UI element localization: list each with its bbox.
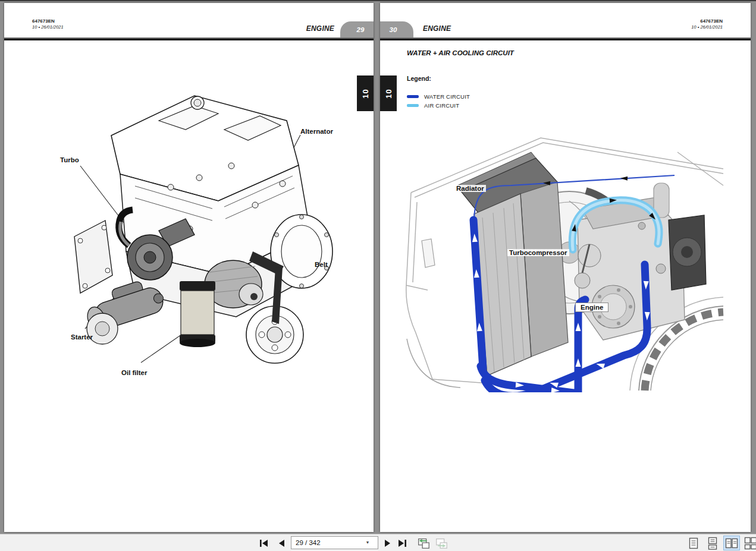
page-number-input[interactable] xyxy=(291,537,362,548)
next-view-icon xyxy=(434,537,448,550)
label-starter: Starter xyxy=(71,333,93,341)
cooling-circuit-figure xyxy=(404,131,725,395)
label-alternator: Alternator xyxy=(300,128,333,135)
two-page-continuous-view-icon xyxy=(744,536,756,550)
document-number: 647673EN xyxy=(32,18,64,24)
section-header: ENGINE xyxy=(306,24,334,33)
label-turbocompressor: Turbocompressor xyxy=(507,249,569,256)
label-turbo: Turbo xyxy=(60,156,79,163)
last-page-icon xyxy=(397,539,407,548)
next-page-button[interactable] xyxy=(381,537,395,549)
cooling-circuit-illustration xyxy=(404,131,725,392)
single-page-view-button[interactable] xyxy=(685,536,702,550)
document-date: 10 • 26/01/2021 xyxy=(32,24,64,30)
legend-heading: Legend: xyxy=(407,75,431,82)
previous-page-button[interactable] xyxy=(274,537,288,549)
header-rule xyxy=(4,37,374,40)
label-belt: Belt xyxy=(315,261,328,268)
engine-illustration xyxy=(46,79,341,388)
chapter-tab: 10 xyxy=(380,75,397,111)
continuous-view-icon xyxy=(705,536,720,550)
label-oil-filter: Oil filter xyxy=(121,369,147,376)
page-number-tab: 29 xyxy=(340,21,374,37)
previous-view-button[interactable] xyxy=(416,537,431,549)
page-number-combobox[interactable]: ▼ xyxy=(291,536,378,549)
page-number-tab: 30 xyxy=(380,21,413,37)
header-rule xyxy=(380,37,751,40)
chapter-tab: 10 xyxy=(357,75,374,111)
single-page-view-icon xyxy=(686,536,701,550)
two-page-continuous-view-button[interactable] xyxy=(742,536,756,550)
document-number: 647673EN xyxy=(691,18,723,24)
previous-view-icon xyxy=(416,537,431,550)
legend-item-air: AIR CIRCUIT xyxy=(407,102,459,109)
air-circuit-swatch xyxy=(407,104,419,107)
section-header: ENGINE xyxy=(423,24,451,33)
continuous-view-button[interactable] xyxy=(704,536,721,550)
chevron-down-icon[interactable]: ▼ xyxy=(362,537,374,549)
last-page-button[interactable] xyxy=(395,537,409,549)
next-page-icon xyxy=(384,539,392,548)
manual-page-30: 647673EN 10 • 26/01/2021 ENGINE 30 10 WA… xyxy=(380,3,751,532)
document-date: 10 • 26/01/2021 xyxy=(691,24,723,30)
viewer-toolbar: ▼ xyxy=(0,534,756,551)
two-page-view-button[interactable] xyxy=(723,536,740,550)
next-view-button[interactable] xyxy=(434,537,448,549)
legend-item-water: WATER CIRCUIT xyxy=(407,93,470,100)
label-radiator: Radiator xyxy=(454,185,486,192)
pdf-viewer-canvas: 647673EN 10 • 26/01/2021 ENGINE 29 10 xyxy=(0,0,756,534)
previous-page-icon xyxy=(277,539,286,548)
first-page-button[interactable] xyxy=(257,537,271,549)
document-reference: 647673EN 10 • 26/01/2021 xyxy=(691,18,723,30)
water-circuit-swatch xyxy=(407,95,419,98)
engine-figure xyxy=(46,79,341,391)
document-reference: 647673EN 10 • 26/01/2021 xyxy=(32,18,64,30)
first-page-icon xyxy=(259,539,269,548)
page-title: WATER + AIR COOLING CIRCUIT xyxy=(407,49,514,56)
label-engine: Engine xyxy=(575,303,608,312)
manual-page-29: 647673EN 10 • 26/01/2021 ENGINE 29 10 xyxy=(4,3,374,532)
two-page-view-icon xyxy=(724,536,739,550)
